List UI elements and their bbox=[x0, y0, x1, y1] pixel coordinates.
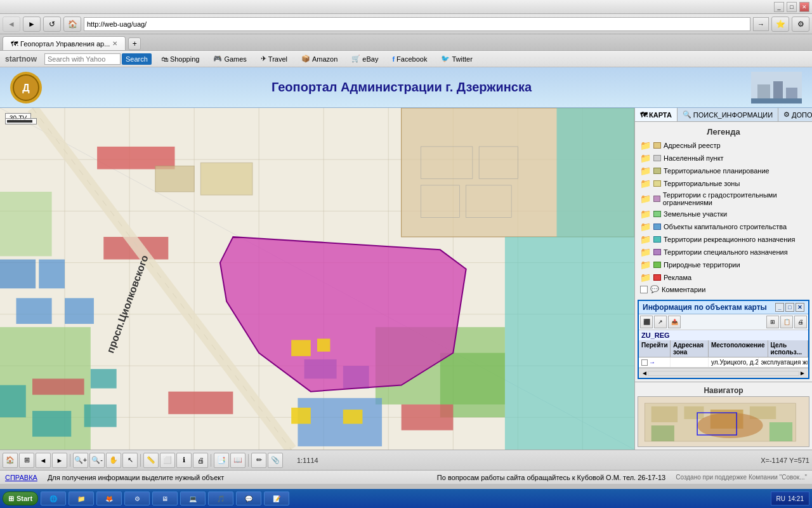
bookmark-travel[interactable]: ✈ Travel bbox=[256, 53, 292, 65]
refresh-button[interactable]: ↺ bbox=[43, 17, 61, 32]
taskbar-item-1[interactable]: 🦊 bbox=[96, 491, 122, 505]
search-box: Search bbox=[44, 53, 152, 65]
table-row[interactable]: → ул.Урицкого, д.2 эксплуатация жилого bbox=[639, 358, 808, 368]
tool-pan[interactable]: ✋ bbox=[106, 453, 121, 468]
map-area[interactable]: 30-TV просп.Циолковского bbox=[0, 108, 634, 450]
taskbar-item-skype[interactable]: 💬 bbox=[236, 491, 261, 505]
yahoo-search-input[interactable] bbox=[44, 53, 121, 65]
taskbar-item-word[interactable]: 📝 bbox=[264, 491, 289, 505]
bookmark-games[interactable]: 🎮 Games bbox=[209, 53, 251, 65]
svg-rect-46 bbox=[0, 385, 26, 417]
info-minimize-button[interactable]: _ bbox=[775, 303, 784, 312]
go-button[interactable]: → bbox=[753, 17, 769, 31]
row-checkbox[interactable] bbox=[641, 359, 648, 366]
info-tool-arrow[interactable]: ↗ bbox=[654, 316, 667, 328]
scroll-left-btn[interactable]: ◄ bbox=[641, 370, 648, 377]
tool-select[interactable]: ↖ bbox=[122, 453, 138, 468]
legend-item-land-plots[interactable]: 📁 Земельные участки bbox=[638, 208, 809, 220]
info-tool-print[interactable]: 🖨 bbox=[794, 316, 807, 328]
info-tool-export[interactable]: 📤 bbox=[668, 316, 681, 328]
navigator-section: Навигатор bbox=[635, 382, 812, 450]
bookmark-shopping[interactable]: 🛍 Shopping bbox=[157, 53, 204, 65]
tool-edit[interactable]: ✏ bbox=[251, 453, 266, 468]
titlebar: _ □ ✕ bbox=[0, 0, 812, 14]
navigator-map[interactable] bbox=[638, 396, 809, 447]
legend-item-address[interactable]: 📁 Адресный реестр bbox=[638, 139, 809, 152]
row-goto-arrow[interactable]: → bbox=[649, 359, 655, 366]
info-tool-select[interactable]: ⬛ bbox=[640, 316, 653, 328]
bookmark-twitter[interactable]: 🐦 Twitter bbox=[436, 53, 476, 65]
legend-item-territorial-planning[interactable]: 📁 Территориальное планирование bbox=[638, 164, 809, 177]
taskbar-item-ie[interactable]: 🌐 bbox=[41, 491, 66, 505]
tool-zoom-all[interactable]: ⊞ bbox=[19, 453, 34, 468]
legend-item-comments-label: Комментарии bbox=[662, 286, 705, 293]
legend-item-recreation[interactable]: 📁 Территории рекреационного назначения bbox=[638, 233, 809, 246]
info-scroll-bar[interactable]: ◄ ► bbox=[639, 368, 808, 378]
bookmark-amazon[interactable]: 📦 Amazon bbox=[297, 53, 342, 65]
info-close-button[interactable]: ✕ bbox=[796, 303, 804, 312]
tool-legend[interactable]: 📖 bbox=[230, 453, 246, 468]
legend-item-restrictions[interactable]: 📁 Территории с градостроительными ограни… bbox=[638, 190, 809, 208]
new-tab-button[interactable]: + bbox=[128, 37, 141, 50]
bookmark-ebay[interactable]: 🛒 eBay bbox=[347, 53, 383, 65]
taskbar-item-4[interactable]: 💻 bbox=[180, 491, 206, 505]
home-button[interactable]: 🏠 bbox=[63, 17, 81, 32]
tools-button[interactable]: ⚙ bbox=[792, 17, 809, 32]
scroll-right-btn[interactable]: ► bbox=[799, 370, 806, 377]
app2-icon: ⚙ bbox=[134, 495, 140, 502]
tool-measure[interactable]: 📏 bbox=[143, 453, 159, 468]
tool-identify[interactable]: ℹ bbox=[176, 453, 192, 468]
legend-item-capital-construction[interactable]: 📁 Объекты капитального строительства bbox=[638, 220, 809, 233]
row-checkbox-cell: → bbox=[639, 358, 671, 367]
taskbar-item-explorer[interactable]: 📁 bbox=[69, 491, 94, 505]
tab-close-button[interactable]: ✕ bbox=[112, 40, 117, 47]
bookmark-amazon-label: Amazon bbox=[312, 55, 337, 63]
справка-link[interactable]: СПРАВКА bbox=[5, 474, 37, 481]
bookmark-facebook[interactable]: f Facebook bbox=[388, 53, 431, 65]
legend-item-nature[interactable]: 📁 Природные территории bbox=[638, 258, 809, 271]
search-button[interactable]: Search bbox=[122, 53, 152, 65]
taskbar-item-5[interactable]: 🎵 bbox=[208, 491, 233, 505]
start-button[interactable]: ⊞ Start bbox=[3, 491, 38, 505]
back-button[interactable]: ◄ bbox=[3, 17, 20, 32]
legend-item-special[interactable]: 📁 Территории специального назначения bbox=[638, 246, 809, 258]
close-button[interactable]: ✕ bbox=[799, 2, 809, 12]
tab-additional[interactable]: ⚙ ДОПОЛНИТЕЛЬНО bbox=[778, 108, 812, 121]
tool-zoom-in[interactable]: 🔍+ bbox=[73, 453, 88, 468]
info-tool-table[interactable]: ⊞ bbox=[766, 316, 779, 328]
tab-karta[interactable]: 🗺 КАРТА bbox=[635, 108, 678, 121]
app4-icon: 💻 bbox=[189, 495, 197, 502]
folder-icon-address: 📁 bbox=[640, 140, 651, 150]
info-panel-header: Информация по объектам карты _ □ ✕ bbox=[639, 301, 808, 314]
maximize-button[interactable]: □ bbox=[787, 2, 797, 12]
checkbox-comments[interactable] bbox=[640, 286, 648, 293]
bookmark-ebay-label: eBay bbox=[362, 55, 378, 63]
tool-area[interactable]: ⬜ bbox=[160, 453, 175, 468]
tool-layers[interactable]: 📑 bbox=[214, 453, 229, 468]
legend-item-territorial-zones[interactable]: 📁 Территориальные зоны bbox=[638, 177, 809, 190]
folder-icon-adv: 📁 bbox=[640, 272, 651, 283]
tool-zoom-out[interactable]: 🔍- bbox=[89, 453, 105, 468]
row-zone bbox=[671, 358, 709, 367]
favorites-button[interactable]: ⭐ bbox=[771, 17, 789, 32]
tool-zoom-next[interactable]: ► bbox=[52, 453, 67, 468]
minimize-button[interactable]: _ bbox=[774, 2, 784, 12]
legend-item-advertising[interactable]: 📁 Реклама bbox=[638, 271, 809, 284]
tool-print[interactable]: 🖨 bbox=[193, 453, 208, 468]
legend-item-comments[interactable]: 💬 Комментарии bbox=[638, 284, 809, 295]
taskbar-item-2[interactable]: ⚙ bbox=[124, 491, 150, 505]
address-bar[interactable] bbox=[84, 17, 750, 31]
tab-additional-label: ДОПОЛНИТЕЛЬНО bbox=[792, 111, 812, 119]
legend-item-rec-label: Территории рекреационного назначения bbox=[664, 236, 795, 243]
taskbar-item-3[interactable]: 🖥 bbox=[152, 491, 178, 505]
info-maximize-button[interactable]: □ bbox=[785, 303, 794, 312]
tool-home[interactable]: 🏠 bbox=[3, 453, 18, 468]
legend-item-settlement[interactable]: 📁 Населенный пункт bbox=[638, 152, 809, 164]
tool-attach[interactable]: 📎 bbox=[268, 453, 283, 468]
active-tab[interactable]: 🗺 Геопортал Управления ар... ✕ bbox=[3, 36, 126, 50]
tab-search-info[interactable]: 🔍 ПОИСК_ИНФОРМАЦИИ bbox=[678, 108, 778, 121]
tool-zoom-prev[interactable]: ◄ bbox=[36, 453, 51, 468]
scroll-track[interactable] bbox=[648, 371, 799, 376]
info-tool-copy[interactable]: 📋 bbox=[780, 316, 793, 328]
forward-button[interactable]: ► bbox=[23, 17, 41, 32]
